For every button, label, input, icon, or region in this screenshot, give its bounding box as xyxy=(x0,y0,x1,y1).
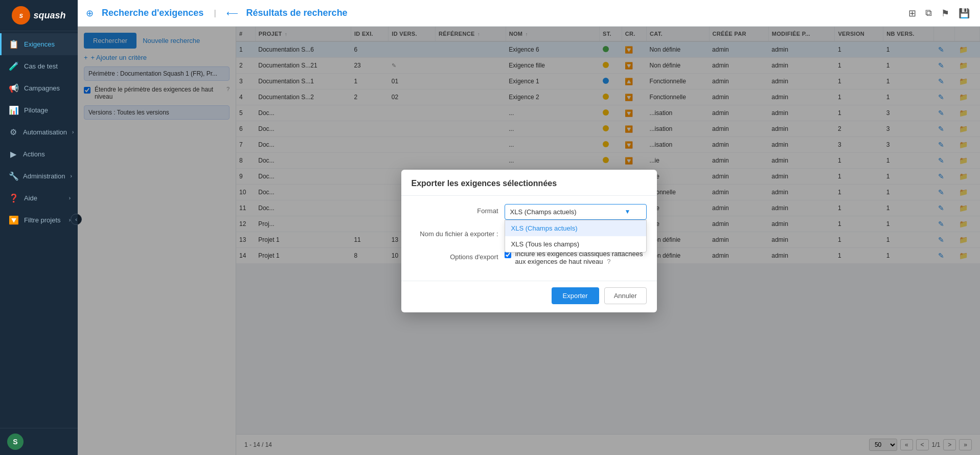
sidebar: s squash 📋 Exigences 🧪 Cas de test 📢 Cam… xyxy=(0,0,78,455)
format-label: Format xyxy=(412,204,498,215)
format-option-xls-all[interactable]: XLS (Tous les champs) xyxy=(505,236,646,252)
option-help-icon: ? xyxy=(607,258,610,265)
format-select-display[interactable]: XLS (Champs actuels) ▼ xyxy=(505,204,647,220)
format-row: Format XLS (Champs actuels) ▼ XLS (Champ… xyxy=(412,204,647,220)
logo-text: squash xyxy=(33,10,65,21)
sidebar-item-cas-de-test[interactable]: 🧪 Cas de test xyxy=(0,55,78,77)
sidebar-item-aide[interactable]: ❓ Aide › xyxy=(0,187,78,209)
logo-icon: s xyxy=(12,6,30,25)
chevron-right-icon: › xyxy=(72,129,74,135)
chevron-right-icon: › xyxy=(70,173,72,179)
cancel-button[interactable]: Annuler xyxy=(604,287,647,304)
chevron-down-icon: ▼ xyxy=(625,208,631,215)
format-dropdown-list: XLS (Champs actuels) XLS (Tous les champ… xyxy=(505,220,647,253)
modal-overlay: Exporter les exigences sélectionnées For… xyxy=(78,27,980,455)
modal-footer: Exporter Annuler xyxy=(401,281,657,312)
header-right: ⊞ ⧉ ⚑ 💾 xyxy=(906,6,972,21)
sidebar-item-automatisation[interactable]: ⚙ Automatisation › xyxy=(0,121,78,143)
sidebar-bottom: S xyxy=(0,428,78,455)
header: ⊕ Recherche d'exigences | ⟵ Résultats de… xyxy=(78,0,980,27)
back-icon[interactable]: ⊕ xyxy=(86,8,94,19)
options-label: Options d'export xyxy=(412,250,498,261)
sidebar-item-label: Filtre projets xyxy=(24,216,61,224)
sidebar-item-campagnes[interactable]: 📢 Campagnes xyxy=(0,77,78,99)
sidebar-item-label: Cas de test xyxy=(24,62,58,70)
format-selected-label: XLS (Champs actuels) xyxy=(510,208,577,216)
sidebar-item-label: Automatisation xyxy=(23,128,67,136)
save-icon[interactable]: 💾 xyxy=(956,6,972,21)
actions-icon: ▶ xyxy=(9,149,18,159)
sidebar-item-administration[interactable]: 🔧 Administration › xyxy=(0,165,78,187)
sub-title: Résultats de recherche xyxy=(246,8,348,18)
sidebar-nav: 📋 Exigences 🧪 Cas de test 📢 Campagnes 📊 … xyxy=(0,31,78,428)
modal-title: Exporter les exigences sélectionnées xyxy=(401,170,657,196)
administration-icon: 🔧 xyxy=(9,171,18,181)
filename-label: Nom du fichier à exporter : xyxy=(412,227,498,238)
sidebar-item-filtre-projets[interactable]: 🔽 Filtre projets › xyxy=(0,209,78,231)
copy-icon[interactable]: ⧉ xyxy=(923,6,934,20)
aide-icon: ❓ xyxy=(9,193,19,203)
sidebar-item-label: Exigences xyxy=(24,40,55,48)
format-select-wrapper: XLS (Champs actuels) ▼ XLS (Champs actue… xyxy=(505,204,647,220)
campagnes-icon: 📢 xyxy=(9,83,19,93)
format-control: XLS (Champs actuels) ▼ XLS (Champs actue… xyxy=(505,204,647,220)
sidebar-item-actions[interactable]: ▶ Actions xyxy=(0,143,78,165)
cas-de-test-icon: 🧪 xyxy=(9,61,19,71)
sidebar-logo: s squash xyxy=(0,0,78,31)
sidebar-item-label: Pilotage xyxy=(24,106,48,114)
pilotage-icon: 📊 xyxy=(9,105,19,115)
exigences-icon: 📋 xyxy=(9,39,19,49)
sidebar-item-label: Campagnes xyxy=(24,84,60,92)
sub-back-icon[interactable]: ⟵ xyxy=(226,8,238,18)
modal-body: Format XLS (Champs actuels) ▼ XLS (Champ… xyxy=(401,196,657,281)
grid-icon[interactable]: ⊞ xyxy=(906,6,918,21)
sidebar-item-exigences[interactable]: 📋 Exigences xyxy=(0,33,78,55)
sidebar-item-label: Actions xyxy=(23,150,45,158)
export-button[interactable]: Exporter xyxy=(552,287,599,304)
automatisation-icon: ⚙ xyxy=(9,127,18,137)
sidebar-item-pilotage[interactable]: 📊 Pilotage xyxy=(0,99,78,121)
header-divider: | xyxy=(214,9,216,18)
chevron-right-icon: › xyxy=(69,195,71,201)
page-title: Recherche d'exigences xyxy=(102,8,203,18)
content-area: Rechercher Nouvelle recherche + + Ajoute… xyxy=(78,27,980,455)
main: ⊕ Recherche d'exigences | ⟵ Résultats de… xyxy=(78,0,980,455)
export-modal: Exporter les exigences sélectionnées For… xyxy=(401,170,657,312)
sidebar-item-label: Administration xyxy=(23,172,65,180)
sidebar-item-label: Aide xyxy=(24,194,37,202)
filtre-projets-icon: 🔽 xyxy=(9,215,19,225)
format-option-xls-current[interactable]: XLS (Champs actuels) xyxy=(505,220,646,236)
flag-icon[interactable]: ⚑ xyxy=(939,6,951,21)
avatar[interactable]: S xyxy=(7,434,24,450)
